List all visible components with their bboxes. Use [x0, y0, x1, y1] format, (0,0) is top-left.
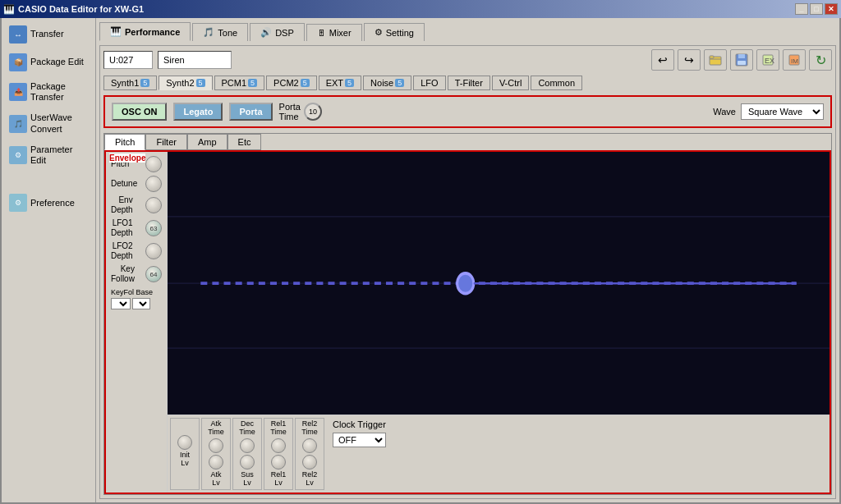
- keyfol-base-controls: CC#DD# EFF#G 435: [111, 298, 162, 309]
- pcm2-badge: 5: [301, 79, 310, 87]
- sidebar-item-parameter-edit[interactable]: ⚙ Parameter Edit: [3, 140, 94, 170]
- sidebar-label-package-edit: Package Edit: [30, 57, 84, 67]
- env-depth-knob[interactable]: [145, 197, 162, 213]
- synth1-label: Synth1: [111, 78, 139, 88]
- env-bottom-controls: InitLv AtkTime AtkLv DecTime: [168, 415, 830, 493]
- svg-point-13: [457, 273, 474, 294]
- sidebar-label-preference: Preference: [30, 198, 75, 208]
- undo-button[interactable]: ↩: [651, 49, 674, 71]
- mixer-tab-label: Mixer: [329, 28, 352, 38]
- synth-tab-lfo[interactable]: LFO: [413, 76, 445, 90]
- keyfol-note-select[interactable]: CC#DD# EFF#G: [111, 298, 131, 309]
- atk-time-knob[interactable]: [209, 438, 223, 453]
- synth-tab-tfilter[interactable]: T-Filter: [448, 76, 490, 90]
- synth-tab-pcm2[interactable]: PCM2 5: [266, 76, 317, 90]
- porta-time-knob[interactable]: 10: [304, 103, 322, 121]
- noise-badge: 5: [395, 79, 404, 87]
- rel1-lv-knob[interactable]: [271, 455, 286, 470]
- synth-tab-noise[interactable]: Noise 5: [363, 76, 411, 90]
- pcm2-label: PCM2: [273, 78, 299, 88]
- tab-dsp[interactable]: 🔊 DSP: [250, 23, 305, 41]
- rel1-lv-label: Rel1Lv: [271, 471, 287, 488]
- synth2-label: Synth2: [166, 78, 194, 88]
- tab-performance[interactable]: 🎹 Performance: [99, 22, 191, 41]
- export-button[interactable]: EX: [756, 49, 779, 71]
- refresh-button[interactable]: ↻: [809, 49, 832, 71]
- rel2-time-knob[interactable]: [302, 438, 317, 453]
- main-window: ↔ Transfer 📦 Package Edit 📤 Package Tran…: [0, 18, 841, 504]
- sidebar-item-package-transfer[interactable]: 📤 Package Transfer: [3, 77, 94, 107]
- vctrl-label: V-Ctrl: [499, 78, 522, 88]
- wave-select[interactable]: Square Wave Sine Wave Triangle Wave Sawt…: [741, 103, 824, 120]
- toolbar-right: ↩ ↪ EX IM ↻: [651, 49, 832, 71]
- porta-button[interactable]: Porta: [229, 103, 272, 121]
- tab-mixer[interactable]: 🎚 Mixer: [306, 24, 362, 41]
- tab-tone[interactable]: 🎵 Tone: [192, 23, 248, 41]
- synth-tab-vctrl[interactable]: V-Ctrl: [492, 76, 530, 90]
- left-controls-panel: Pitch Detune EnvDepth: [106, 152, 168, 493]
- tab-setting[interactable]: ⚙ Setting: [364, 23, 425, 41]
- sidebar-label-userwave-convert: UserWave Convert: [30, 112, 88, 134]
- tfilter-label: T-Filter: [455, 78, 483, 88]
- synth-tab-common[interactable]: Common: [531, 76, 582, 90]
- legato-button[interactable]: Legato: [173, 103, 223, 121]
- synth-tab-synth2[interactable]: Synth2 5: [159, 76, 212, 90]
- dec-time-label: DecTime: [239, 420, 255, 437]
- synth-tab-ext[interactable]: EXT 5: [319, 76, 361, 90]
- envelope-label: Envelope: [109, 153, 145, 163]
- init-lv-knob[interactable]: [177, 435, 192, 450]
- sidebar-item-transfer[interactable]: ↔ Transfer: [3, 21, 94, 48]
- clock-trigger-label: Clock Trigger: [333, 419, 386, 429]
- key-follow-value: 64: [150, 271, 158, 278]
- package-transfer-icon: 📤: [9, 83, 27, 101]
- setting-tab-icon: ⚙: [375, 27, 383, 38]
- sus-lv-knob[interactable]: [240, 455, 255, 470]
- osc-on-button[interactable]: OSC ON: [112, 103, 167, 121]
- rel2-lv-knob[interactable]: [302, 455, 317, 470]
- detune-knob[interactable]: [145, 176, 162, 192]
- env-depth-knob-row: EnvDepth: [108, 195, 165, 216]
- porta-time-value: 10: [309, 108, 317, 116]
- preset-name-input[interactable]: [158, 51, 232, 69]
- keyfol-base-row: KeyFol Base CC#DD# EFF#G 435: [108, 286, 165, 311]
- synth-tab-pcm1[interactable]: PCM1 5: [214, 76, 265, 90]
- sub-tab-filter[interactable]: Filter: [145, 134, 186, 150]
- keyfol-octave-select[interactable]: 435: [132, 298, 150, 309]
- package-edit-icon: 📦: [9, 53, 27, 71]
- preset-number-input[interactable]: [103, 51, 153, 69]
- close-button[interactable]: ✕: [825, 3, 838, 15]
- lfo2-depth-knob-row: LFO2Depth: [108, 241, 165, 262]
- rel1-time-label: Rel1Time: [270, 420, 287, 437]
- sidebar-item-package-edit[interactable]: 📦 Package Edit: [3, 49, 94, 76]
- open-button[interactable]: [704, 49, 727, 71]
- save-button[interactable]: [730, 49, 753, 71]
- lfo-label: LFO: [420, 78, 438, 88]
- sidebar-item-userwave-convert[interactable]: 🎵 UserWave Convert: [3, 108, 94, 138]
- pitch-knob[interactable]: [145, 156, 162, 172]
- rel1-time-knob[interactable]: [271, 438, 286, 453]
- sidebar-item-preference[interactable]: ⚙ Preference: [3, 190, 94, 216]
- dec-time-knob[interactable]: [240, 438, 255, 453]
- detune-knob-label: Detune: [111, 179, 137, 189]
- title-bar-controls: _ □ ✕: [795, 3, 838, 15]
- porta-time-label: PortaTime: [279, 102, 301, 121]
- minimize-button[interactable]: _: [795, 3, 808, 15]
- synth-tab-synth1[interactable]: Synth1 5: [103, 76, 157, 90]
- envelope-inner: Envelope Pitch Detune: [104, 150, 831, 494]
- osc-row: OSC ON Legato Porta PortaTime 10 Wave Sq…: [103, 95, 832, 128]
- key-follow-knob[interactable]: 64: [145, 266, 162, 282]
- import-button[interactable]: IM: [783, 49, 806, 71]
- wave-group: Wave Square Wave Sine Wave Triangle Wave…: [713, 103, 824, 120]
- lfo2-depth-knob[interactable]: [145, 243, 162, 259]
- sub-tab-pitch[interactable]: Pitch: [104, 134, 145, 150]
- lfo1-depth-knob[interactable]: 63: [145, 220, 162, 236]
- atk-lv-knob[interactable]: [209, 455, 223, 470]
- keyfol-base-label: KeyFol Base: [111, 288, 162, 296]
- redo-button[interactable]: ↪: [678, 49, 701, 71]
- clock-trigger-select[interactable]: OFF ON: [333, 433, 386, 447]
- sub-tab-amp[interactable]: Amp: [187, 134, 227, 150]
- tone-tab-icon: 🎵: [203, 27, 214, 38]
- svg-rect-4: [738, 61, 746, 65]
- sub-tab-etc[interactable]: Etc: [227, 134, 262, 150]
- maximize-button[interactable]: □: [810, 3, 823, 15]
